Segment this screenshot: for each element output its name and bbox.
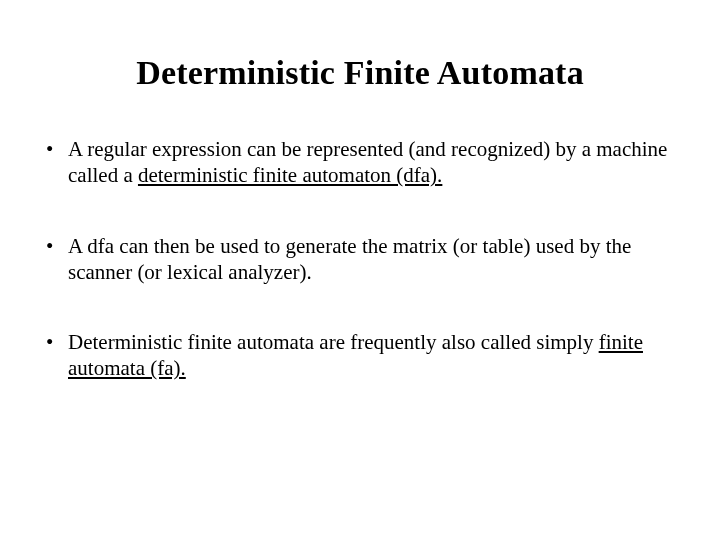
list-item: A dfa can then be used to generate the m… <box>42 233 678 286</box>
bullet-text-underlined: deterministic finite automaton (dfa). <box>138 163 442 187</box>
slide-title: Deterministic Finite Automata <box>36 54 684 92</box>
list-item: A regular expression can be represented … <box>42 136 678 189</box>
bullet-text-pre: Deterministic finite automata are freque… <box>68 330 599 354</box>
bullet-text-pre: A dfa can then be used to generate the m… <box>68 234 631 284</box>
slide: Deterministic Finite Automata A regular … <box>0 0 720 540</box>
bullet-list: A regular expression can be represented … <box>36 136 684 382</box>
list-item: Deterministic finite automata are freque… <box>42 329 678 382</box>
